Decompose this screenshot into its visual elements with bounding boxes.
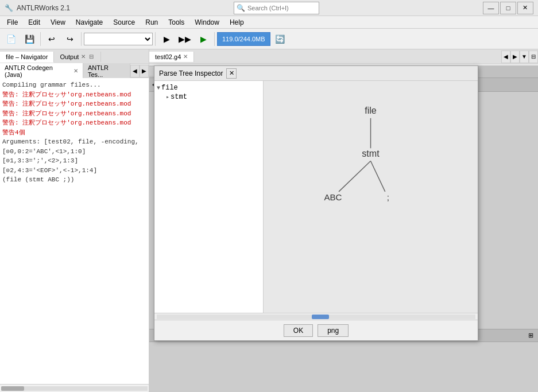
editor-tab-test02[interactable]: test02.g4 ✕ [149,52,194,62]
editor-tab-nav: ◀ ▶ ▼ ⊟ [501,51,538,63]
run-btn2[interactable]: ▶▶ [176,31,193,47]
output-line: 警告: 注釈プロセッサ'org.netbeans.mod [2,109,146,119]
editor-tabs: test02.g4 ✕ ◀ ▶ ▼ ⊟ [149,49,538,64]
tree-item-stmt[interactable]: ▸ stmt [157,92,261,102]
tab-file-navigator[interactable]: file – Navigator [0,52,54,63]
inner-tab-codegen-label: ANTLR Codegen (Java) [5,64,72,78]
dialog-footer: OK png [154,320,478,340]
inner-tabs: ANTLR Codegen (Java) ✕ ANTLR Tes... ◀ ▶ [0,64,149,78]
search-input[interactable] [247,5,316,11]
tab-output-close[interactable]: ✕ [81,53,86,60]
menu-view[interactable]: View [46,17,70,28]
tab-output-minimize[interactable]: ⊟ [88,53,95,60]
tab-output[interactable]: Output ✕ ⊟ [54,52,101,62]
output-line: 警告4個 [2,128,146,138]
menu-navigate[interactable]: Navigate [71,17,107,28]
output-content: Compiling grammar files...警告: 注釈プロセッサ'or… [0,78,149,384]
dialog-tree-panel: ▼ file ▸ stmt [154,81,264,320]
viz-stmt-label: stmt [362,148,380,158]
menu-help[interactable]: Help [225,17,249,28]
menu-edit[interactable]: Edit [24,17,45,28]
tree-toggle-stmt[interactable]: ▸ [166,94,169,100]
redo-button[interactable]: ↪ [61,31,79,47]
nav-left[interactable]: ◀ [130,65,140,77]
run-btn1[interactable]: ▶ [158,31,175,47]
nav-right[interactable]: ▶ [140,65,149,77]
menu-tools[interactable]: Tools [164,17,189,28]
dialog-viz-panel: file stmt ABC ; [264,81,478,320]
left-scroll-track[interactable] [1,386,148,391]
dialog-scroll-track[interactable] [157,315,475,319]
nav-arrows: ◀ ▶ [130,65,149,77]
output-line: [⊙1,3:3=';',<2>,1:3] [2,156,146,166]
output-line: [⊙0,0:2='ABC',<1>,1:0] [2,147,146,157]
app-icon: 🔧 [5,4,13,12]
maximize-button[interactable]: □ [500,2,516,14]
dialog-close-button[interactable]: ✕ [226,68,237,79]
tab-nav-menu[interactable]: ▼ [520,51,529,63]
dialog-content: ▼ file ▸ stmt file [154,81,478,320]
editor-tab-label: test02.g4 [155,53,181,60]
parse-tree-dialog: Parse Tree Inspector ✕ ▼ file ▸ stmt [154,65,478,341]
dialog-png-button[interactable]: png [318,324,349,337]
toolbar-sep1 [40,32,41,46]
minimize-button[interactable]: — [483,2,499,14]
tab-file-navigator-label: file – Navigator [6,53,48,60]
run-btn3[interactable]: ▶ [195,31,212,47]
tab-output-label: Output [60,53,79,60]
tree-item-file[interactable]: ▼ file [157,83,261,92]
tab-nav-left[interactable]: ◀ [501,51,510,63]
combo-box[interactable] [84,33,153,45]
titlebar: 🔧 ANTLRWorks 2.1 🔍 — □ ✕ [0,0,538,16]
output-line: [⊙2,4:3='<EOF>',<-1>,1:4] [2,166,146,176]
viz-abc-label: ABC [324,192,342,202]
menu-run[interactable]: Run [141,17,162,28]
menu-source[interactable]: Source [109,17,140,28]
output-line: 警告: 注釈プロセッサ'org.netbeans.mod [2,90,146,100]
new-button[interactable]: 📄 [2,31,20,47]
tab-nav-minimize[interactable]: ⊟ [529,51,538,63]
menu-window[interactable]: Window [190,17,224,28]
parse-tree-overlay: Parse Tree Inspector ✕ ▼ file ▸ stmt [149,65,538,392]
dialog-scrollbar-h[interactable] [154,313,478,320]
tab-nav-right[interactable]: ▶ [510,51,520,63]
output-line: 警告: 注釈プロセッサ'org.netbeans.mod [2,99,146,109]
inner-tab-antlr-label: ANTLR Tes... [88,64,125,78]
left-tabs-row: file – Navigator Output ✕ ⊟ [0,49,149,64]
inner-tab-codegen-close[interactable]: ✕ [73,68,78,74]
close-button[interactable]: ✕ [517,2,533,14]
viz-line-stmt-semi [371,161,385,191]
undo-button[interactable]: ↩ [43,31,60,47]
toolbar-sep3 [155,32,156,46]
right-panel: test02.g4 ✕ ◀ ▶ ▼ ⊟ Source Hi... ⟻ ⟼ 🔍 📐… [149,49,538,392]
save-button[interactable]: 💾 [21,31,38,47]
main-area: file – Navigator Output ✕ ⊟ ANTLR Codege… [0,49,538,392]
window-controls: — □ ✕ [483,2,533,14]
dialog-scroll-thumb[interactable] [312,315,329,319]
output-line: (file (stmt ABC ;)) [2,175,146,185]
app-title: ANTLRWorks 2.1 [17,4,70,12]
dialog-title: Parse Tree Inspector [159,69,223,77]
toolbar-sep2 [81,32,82,46]
menu-file[interactable]: File [2,17,22,28]
search-box[interactable]: 🔍 [234,2,319,14]
toolbar-sep4 [214,32,215,46]
memory-button[interactable]: 119.0/244.0MB [217,32,270,46]
inner-tab-antlr[interactable]: ANTLR Tes... [83,63,130,79]
dialog-titlebar: Parse Tree Inspector ✕ [154,66,478,81]
editor-tab-close[interactable]: ✕ [183,53,188,60]
dialog-ok-button[interactable]: OK [284,324,313,337]
refresh-btn[interactable]: 🔄 [272,31,289,47]
tree-label-file: file [161,84,178,92]
tree-toggle-file[interactable]: ▼ [157,85,160,91]
menubar: File Edit View Navigate Source Run Tools… [0,16,538,29]
parse-tree-svg: file stmt ABC ; [264,81,478,320]
left-scrollbar-h[interactable] [0,384,149,392]
output-line: 警告: 注釈プロセッサ'org.netbeans.mod [2,118,146,128]
tree-label-stmt: stmt [171,93,187,101]
left-scroll-thumb[interactable] [1,386,24,391]
search-icon: 🔍 [237,4,245,12]
toolbar: 📄 💾 ↩ ↪ ▶ ▶▶ ▶ 119.0/244.0MB 🔄 [0,29,538,49]
output-line: Compiling grammar files... [2,80,146,90]
inner-tab-codegen[interactable]: ANTLR Codegen (Java) ✕ [0,63,83,79]
